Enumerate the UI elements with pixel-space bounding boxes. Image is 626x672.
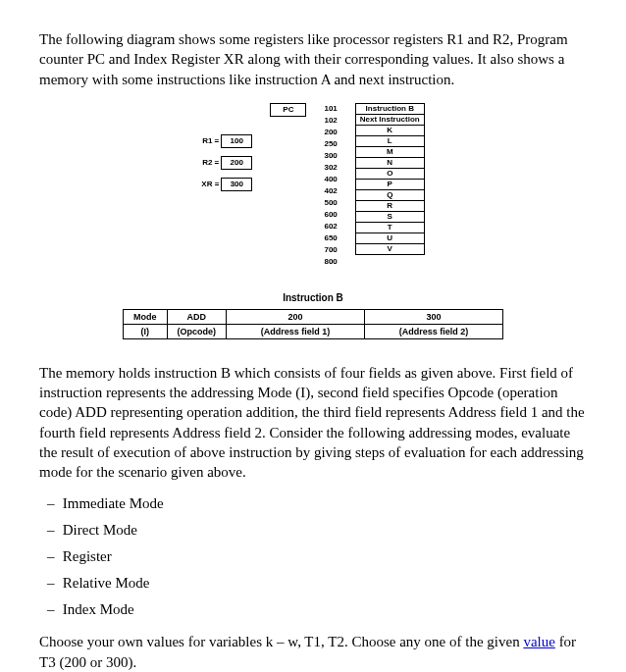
address-label: 600 — [324, 209, 337, 220]
memory-cell: K — [356, 126, 424, 136]
address-label: 402 — [324, 185, 337, 196]
dash-icon: – — [47, 601, 59, 618]
memory-cell: N — [356, 158, 424, 169]
diagram: R1 =100R2 =200XR =300 PC 101102200250300… — [39, 103, 587, 339]
address-label: 102 — [324, 115, 337, 126]
mode-item: – Relative Mode — [39, 575, 587, 592]
address-label: 101 — [324, 103, 337, 114]
register-value: 300 — [221, 178, 252, 191]
instr-cell-addr2: 300 — [365, 309, 503, 324]
value-link[interactable]: value — [523, 634, 554, 649]
register-value: 200 — [221, 156, 252, 170]
pc-label-box: PC — [270, 103, 306, 117]
dash-icon: – — [47, 495, 59, 512]
dash-icon: – — [47, 575, 59, 592]
registers-column: R1 =100R2 =200XR =300 — [201, 103, 252, 191]
address-label: 500 — [324, 197, 337, 208]
register-row: XR =300 — [201, 178, 252, 191]
mode-label: Register — [59, 548, 112, 564]
memory-cell: M — [356, 147, 424, 158]
addressing-modes-list: – Immediate Mode– Direct Mode– Register–… — [39, 495, 587, 618]
memory-cell: O — [356, 169, 424, 180]
instr-cell-mode-label: (I) — [124, 324, 168, 338]
register-label: XR = — [201, 180, 219, 188]
memory-cell: S — [356, 212, 424, 223]
register-value: 100 — [221, 134, 252, 148]
mode-label: Immediate Mode — [59, 495, 164, 511]
memory-cell: Next Instruction — [356, 115, 424, 126]
memory-cell: Instruction B — [356, 104, 424, 115]
register-row: R1 =100 — [201, 134, 252, 148]
memory-cell: Q — [356, 190, 424, 201]
address-label: 200 — [324, 127, 337, 137]
closing-text-pre: Choose your own values for variables k –… — [39, 634, 523, 649]
memory-cell: T — [356, 223, 424, 233]
memory-cell: V — [356, 244, 424, 254]
memory-cell: L — [356, 136, 424, 147]
mode-item: – Index Mode — [39, 601, 587, 618]
memory-cell: U — [356, 233, 424, 244]
explanation-paragraph: The memory holds instruction B which con… — [39, 363, 587, 483]
instruction-b-title: Instruction B — [39, 292, 587, 303]
address-label: 302 — [324, 162, 337, 173]
instr-cell-addr2-label: (Address field 2) — [365, 324, 503, 338]
address-label: 602 — [324, 221, 337, 232]
instr-cell-opcode-label: (Opcode) — [167, 324, 227, 338]
instruction-b-table: Mode ADD 200 300 (I) (Opcode) (Address f… — [123, 309, 503, 339]
memory-cell: R — [356, 201, 424, 212]
register-label: R2 = — [201, 158, 219, 167]
memory-cell: P — [356, 180, 424, 190]
mode-item: – Register — [39, 548, 587, 565]
register-label: R1 = — [201, 136, 219, 145]
instr-cell-opcode: ADD — [167, 309, 227, 324]
address-label: 300 — [324, 150, 337, 161]
address-label: 400 — [324, 174, 337, 184]
mode-item: – Immediate Mode — [39, 495, 587, 512]
address-label: 700 — [324, 244, 337, 255]
dash-icon: – — [47, 522, 59, 539]
address-column: 1011022002503003024004025006006026507008… — [324, 103, 337, 267]
intro-paragraph: The following diagram shows some registe… — [39, 29, 587, 89]
instr-cell-mode: Mode — [124, 309, 168, 324]
address-label: 250 — [324, 138, 337, 149]
mode-label: Direct Mode — [59, 522, 137, 538]
closing-paragraph: Choose your own values for variables k –… — [39, 632, 587, 672]
address-label: 650 — [324, 233, 337, 243]
mode-label: Index Mode — [59, 601, 134, 617]
instr-cell-addr1-label: (Address field 1) — [227, 324, 365, 338]
address-label: 800 — [324, 256, 337, 267]
instr-cell-addr1: 200 — [227, 309, 365, 324]
mode-item: – Direct Mode — [39, 522, 587, 539]
dash-icon: – — [47, 548, 59, 565]
register-row: R2 =200 — [201, 156, 252, 170]
memory-column: Instruction BNext InstructionKLMNOPQRSTU… — [355, 103, 425, 255]
mode-label: Relative Mode — [59, 575, 149, 591]
